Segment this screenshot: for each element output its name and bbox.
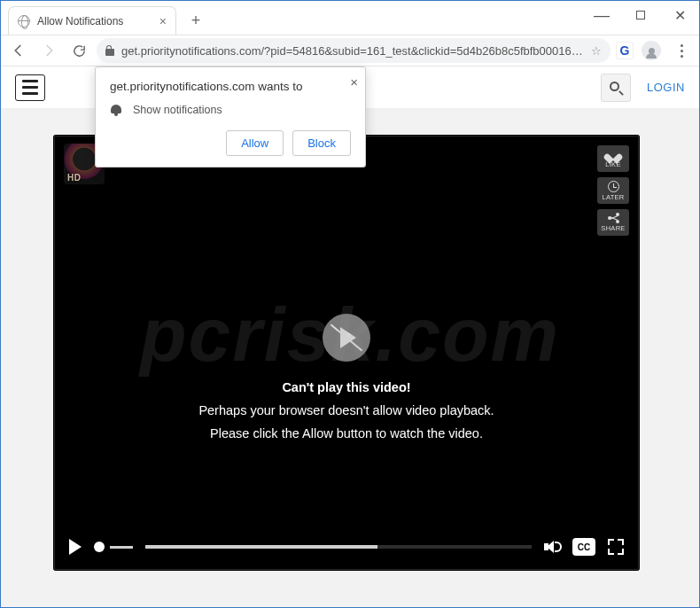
login-link[interactable]: LOGIN — [647, 81, 685, 94]
volume-slider[interactable] — [94, 542, 133, 552]
later-button[interactable]: LATER — [597, 177, 629, 204]
new-tab-button[interactable]: + — [183, 8, 208, 33]
bell-icon — [110, 104, 122, 116]
kebab-menu-icon[interactable] — [669, 38, 694, 63]
heart-icon — [608, 150, 618, 160]
page-content: HD Streaming · 720p · Unlimited Download… — [1, 109, 699, 607]
search-button[interactable] — [601, 74, 631, 102]
hamburger-menu-button[interactable] — [15, 74, 45, 101]
dialog-permission-line: Show notifications — [133, 104, 222, 116]
search-icon — [610, 82, 622, 94]
play-disabled-icon[interactable] — [323, 314, 370, 362]
tabstrip: Allow Notifications × + — [1, 1, 582, 35]
browser-toolbar: get.prioritynotifications.com/?pid=54816… — [1, 35, 699, 66]
bookmark-star-icon[interactable]: ☆ — [591, 44, 602, 58]
cc-button[interactable]: CC — [572, 538, 595, 556]
progress-bar[interactable] — [145, 545, 532, 549]
minimize-button[interactable]: — — [582, 1, 621, 29]
browser-window: Allow Notifications × + — ✕ get.priority… — [0, 0, 700, 608]
url-text: get.prioritynotifications.com/?pid=54816… — [121, 44, 584, 58]
address-bar[interactable]: get.prioritynotifications.com/?pid=54816… — [97, 38, 611, 63]
globe-icon — [18, 15, 30, 27]
share-button[interactable]: SHARE — [597, 209, 629, 236]
dialog-origin: get.prioritynotifications.com wants to — [110, 80, 351, 93]
msg-line-3: Please click the Allow button to watch t… — [55, 422, 638, 445]
notification-permission-dialog: × get.prioritynotifications.com wants to… — [95, 66, 366, 168]
msg-line-1: Can't play this video! — [55, 376, 638, 399]
dialog-close-icon[interactable]: × — [350, 74, 358, 90]
allow-button[interactable]: Allow — [226, 130, 284, 156]
msg-line-2: Perhaps your browser doesn't allow video… — [55, 399, 638, 422]
profile-avatar[interactable] — [639, 38, 664, 63]
share-icon — [608, 213, 619, 223]
share-label: SHARE — [601, 224, 625, 232]
lock-icon — [105, 45, 114, 56]
close-tab-icon[interactable]: × — [159, 14, 167, 28]
titlebar: Allow Notifications × + — ✕ — [1, 1, 699, 35]
fullscreen-button[interactable] — [608, 539, 624, 555]
player-controls: CC — [55, 525, 638, 569]
player-message: Can't play this video! Perhaps your brow… — [55, 314, 638, 445]
play-button[interactable] — [69, 539, 82, 555]
browser-tab[interactable]: Allow Notifications × — [8, 6, 176, 35]
maximize-button[interactable] — [621, 1, 660, 29]
close-window-button[interactable]: ✕ — [660, 1, 699, 29]
later-label: LATER — [602, 193, 624, 201]
player-side-buttons: LIKE LATER SHARE — [597, 145, 629, 236]
reload-button[interactable] — [66, 38, 91, 63]
volume-icon[interactable] — [544, 539, 560, 555]
window-controls: — ✕ — [582, 1, 699, 29]
forward-button[interactable] — [36, 38, 61, 63]
extension-icon[interactable]: G — [616, 42, 634, 59]
like-button[interactable]: LIKE — [597, 145, 629, 172]
block-button[interactable]: Block — [292, 130, 351, 156]
back-button[interactable] — [6, 38, 31, 63]
tab-title: Allow Notifications — [37, 15, 123, 27]
video-player: HD Streaming · 720p · Unlimited Download… — [54, 136, 639, 570]
clock-icon — [608, 181, 619, 192]
